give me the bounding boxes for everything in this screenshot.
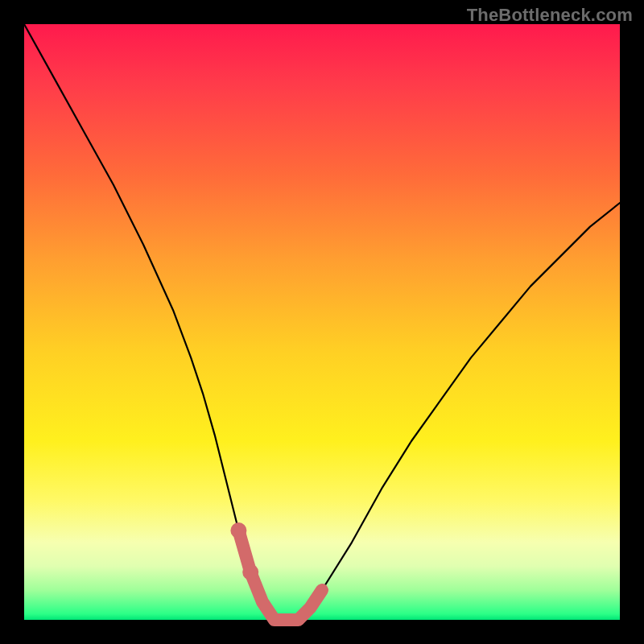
watermark-text: TheBottleneck.com <box>467 5 633 26</box>
highlight-dot <box>230 522 246 539</box>
curve-svg <box>24 24 620 620</box>
chart-frame: TheBottleneck.com <box>0 0 644 644</box>
bottleneck-curve <box>24 24 620 620</box>
highlight-dot <box>242 564 258 580</box>
plot-area <box>24 24 620 620</box>
